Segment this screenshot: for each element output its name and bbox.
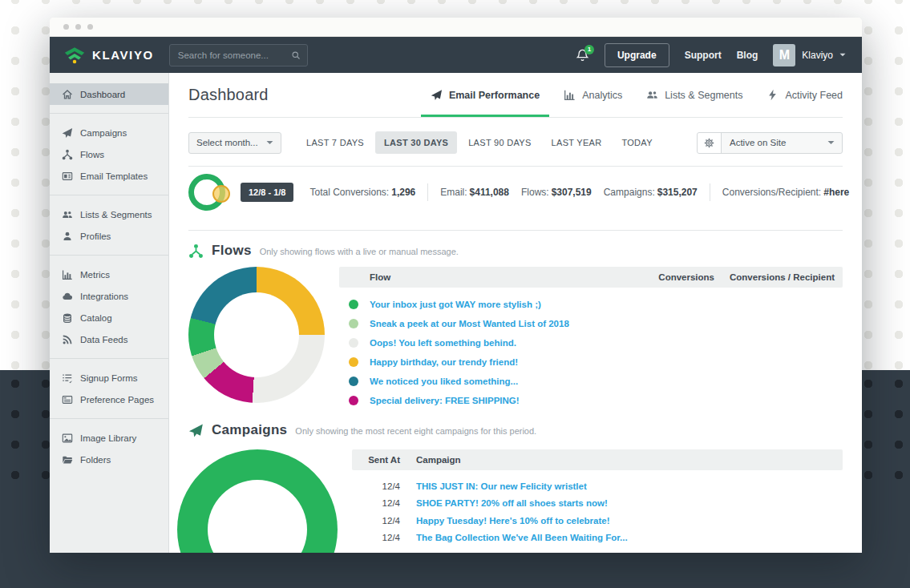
sidebar-item-label: Campaigns — [80, 128, 127, 138]
blog-link[interactable]: Blog — [737, 50, 758, 61]
column-header-flow: Flow — [349, 272, 630, 282]
tab-analytics[interactable]: Analytics — [564, 73, 622, 117]
stat-email: Email:$411,088 — [440, 187, 509, 198]
overview-row: 12/8 - 1/8 Total Conversions:1,296Email:… — [188, 167, 843, 218]
period-last-90-days[interactable]: LAST 90 DAYS — [459, 131, 540, 154]
flow-link[interactable]: Your inbox just got WAY more stylish ;) — [370, 300, 541, 309]
flow-color-dot — [349, 319, 358, 328]
flow-row: Your inbox just got WAY more stylish ;) — [339, 295, 843, 314]
tab-label: Analytics — [582, 90, 622, 101]
active-on-site-select[interactable]: Active on Site — [697, 132, 843, 154]
campaign-link[interactable]: Happy Tuesday! Here's 10% off to celebra… — [416, 516, 610, 526]
campaign-link[interactable]: THIS JUST IN: Our new Felicity wristlet — [416, 481, 587, 491]
sidebar-item-label: Email Templates — [80, 171, 148, 181]
rss-icon — [62, 334, 73, 345]
sidebar-item-preference-pages[interactable]: Preference Pages — [50, 389, 168, 410]
chevron-down-icon — [827, 140, 835, 145]
tab-lists-segments[interactable]: Lists & Segments — [646, 73, 742, 117]
account-name: Klaviyo — [802, 50, 833, 61]
sidebar-item-metrics[interactable]: Metrics — [50, 264, 168, 285]
flow-row: Sneak a peek at our Most Wanted List of … — [339, 314, 843, 333]
campaign-sent-at: 12/4 — [362, 533, 400, 542]
flow-color-dot — [349, 396, 358, 405]
sidebar-item-image-library[interactable]: Image Library — [50, 427, 168, 449]
account-menu[interactable]: M Klaviyo — [773, 44, 846, 66]
window-control-dot[interactable] — [63, 24, 69, 30]
sidebar-item-integrations[interactable]: Integrations — [50, 285, 168, 307]
support-link[interactable]: Support — [685, 50, 722, 61]
divider — [188, 230, 843, 231]
campaign-link[interactable]: The Bag Collection We've All Been Waitin… — [416, 533, 628, 542]
gear-icon — [704, 138, 714, 148]
sidebar-item-campaigns[interactable]: Campaigns — [50, 122, 168, 143]
home-icon — [62, 89, 73, 100]
sidebar-item-label: Lists & Segments — [80, 210, 152, 219]
sidebar-divider — [50, 418, 168, 419]
sidebar-item-label: Flows — [80, 150, 104, 159]
sidebar-item-lists-segments[interactable]: Lists & Segments — [50, 203, 168, 225]
window-chrome — [50, 18, 862, 37]
chevron-down-icon — [266, 140, 273, 145]
template-icon — [62, 171, 73, 182]
notification-badge: 1 — [584, 45, 594, 54]
campaign-row: 12/4The Bag Collection We've All Been Wa… — [352, 530, 843, 547]
stat-campaigns: Campaigns:$315,207 — [604, 187, 698, 198]
search-icon — [291, 50, 301, 60]
sidebar-item-signup-forms[interactable]: Signup Forms — [50, 367, 168, 389]
sidebar-item-label: Integrations — [80, 292, 128, 301]
tabs: Email PerformanceAnalyticsLists & Segmen… — [431, 73, 843, 117]
sidebar-divider — [50, 255, 168, 256]
sidebar-item-label: Data Feeds — [80, 335, 127, 344]
flow-link[interactable]: Sneak a peek at our Most Wanted List of … — [370, 319, 569, 328]
flow-link[interactable]: Happy birthday, our trendy friend! — [370, 357, 518, 367]
period-last-year[interactable]: LAST YEAR — [543, 131, 611, 154]
top-navigation: KLAVIYO 1 Upgrade Support Blog M Klaviyo — [50, 37, 862, 73]
overview-stats: Total Conversions:1,296Email:$411,088Flo… — [309, 183, 849, 201]
window-control-dot[interactable] — [87, 24, 93, 30]
column-header-campaign: Campaign — [416, 455, 835, 465]
month-select[interactable]: Select month... — [188, 132, 281, 154]
flows-table-header: Flow Conversions Conversions / Recipient — [339, 267, 843, 288]
flow-link[interactable]: We noticed you liked something... — [370, 377, 518, 386]
notifications-button[interactable]: 1 — [576, 48, 589, 62]
window-control-dot[interactable] — [75, 24, 81, 30]
stat-value: $307,519 — [552, 187, 592, 198]
sidebar-item-data-feeds[interactable]: Data Feeds — [50, 328, 168, 350]
bar-chart-icon — [564, 89, 576, 101]
sidebar-item-label: Metrics — [80, 270, 110, 280]
stat-divider — [427, 183, 428, 201]
flow-link[interactable]: Oops! You left something behind. — [370, 338, 516, 348]
database-icon — [62, 312, 73, 324]
campaign-sent-at: 12/4 — [362, 481, 400, 491]
sidebar-item-email-templates[interactable]: Email Templates — [50, 165, 168, 187]
app-body: DashboardCampaignsFlowsEmail TemplatesLi… — [50, 73, 862, 553]
tab-email-performance[interactable]: Email Performance — [431, 73, 540, 117]
upgrade-button[interactable]: Upgrade — [605, 43, 669, 67]
period-last-7-days[interactable]: LAST 7 DAYS — [297, 131, 373, 154]
sidebar-item-label: Folders — [80, 455, 111, 465]
brand-name: KLAVIYO — [92, 48, 154, 62]
stat-divider — [710, 183, 710, 201]
period-last-30-days[interactable]: LAST 30 DAYS — [375, 131, 457, 154]
flows-subtitle: Only showing flows with a live or manual… — [260, 247, 459, 256]
flow-color-dot — [349, 300, 358, 309]
sidebar-item-flows[interactable]: Flows — [50, 143, 168, 165]
search-box[interactable] — [169, 44, 308, 66]
stat-value: $411,088 — [470, 187, 509, 198]
sidebar-item-folders[interactable]: Folders — [50, 449, 168, 470]
campaigns-icon — [188, 423, 204, 438]
users-icon — [646, 89, 658, 101]
image-icon — [62, 433, 73, 444]
search-input[interactable] — [176, 50, 291, 61]
sidebar-item-profiles[interactable]: Profiles — [50, 225, 168, 247]
campaign-link[interactable]: SHOE PARTY! 20% off all shoes starts now… — [416, 498, 608, 508]
sidebar-item-label: Preference Pages — [80, 395, 154, 405]
campaign-sent-at: 12/4 — [362, 516, 400, 526]
tab-activity-feed[interactable]: Activity Feed — [766, 73, 843, 117]
chevron-down-icon — [839, 53, 846, 57]
lightning-icon — [766, 89, 779, 101]
sidebar-item-dashboard[interactable]: Dashboard — [50, 83, 168, 105]
period-today[interactable]: TODAY — [613, 131, 661, 154]
flow-link[interactable]: Special delivery: FREE SHIPPING! — [370, 396, 520, 405]
sidebar-item-catalog[interactable]: Catalog — [50, 307, 168, 328]
